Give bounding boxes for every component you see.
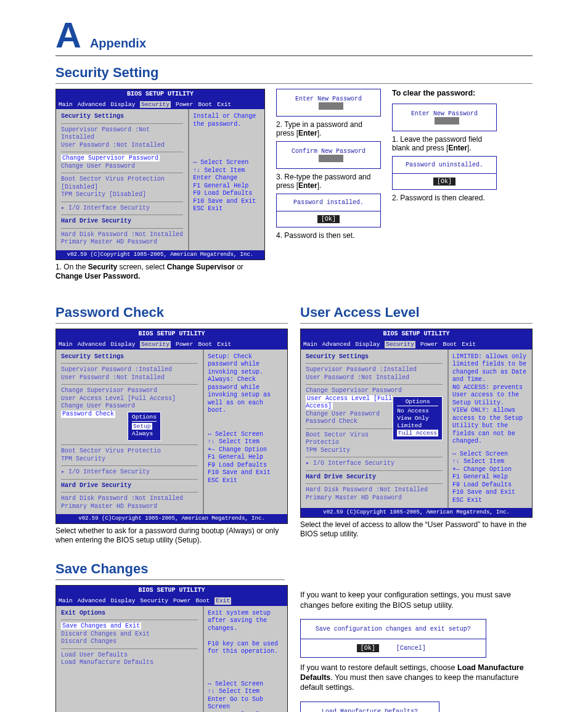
bios-title: BIOS SETUP UTILITY <box>56 89 264 100</box>
section-title-save: Save Changes <box>55 561 285 580</box>
key-hint: ↑↓ Select Item <box>208 438 284 446</box>
section-title-ual: User Access Level <box>300 305 533 324</box>
appendix-letter: A <box>55 17 81 53</box>
menu-item: Boot <box>198 341 212 348</box>
list-item: ▸ I/O Interface Security <box>61 469 198 477</box>
save-confirm-dialog: Save configuration changes and exit setu… <box>300 619 486 658</box>
menu-item: Display <box>110 101 135 108</box>
menu-item: Display <box>110 597 135 605</box>
menu-item-active: Security <box>140 341 171 348</box>
dialog-label: Enter New Password <box>411 110 478 117</box>
menu-item: Exit <box>217 341 231 348</box>
key-hint: F9 Load Defaults <box>452 481 528 489</box>
key-hint: F10 Save and Exit <box>193 198 261 206</box>
bios-user-access-screenshot: BIOS SETUP UTILITY Main Advanced Display… <box>300 329 533 518</box>
help-text: Exit system setup after saving the chang… <box>208 610 284 656</box>
dialog-label: Password installed. <box>277 194 380 211</box>
list-item: Change User Password <box>306 411 393 419</box>
popup-option: Limited <box>397 422 438 430</box>
clear-step-2: 2. Password is then cleared. <box>392 194 497 202</box>
page: A Appendix Security Setting BIOS SETUP U… <box>0 0 588 712</box>
menu-item: Exit <box>462 341 476 348</box>
ok-button[interactable]: [Ok] <box>433 178 455 186</box>
enter-password-dialog-clear: Enter New Password <box>392 104 497 131</box>
key-hint: F10 Save and Exit <box>208 469 284 477</box>
section-title-security: Security Setting <box>55 65 533 84</box>
bios-menubar: Main Advanced Display Security Power Boo… <box>301 340 532 350</box>
bios-security-screenshot: BIOS SETUP UTILITY Main Advanced Display… <box>55 89 265 260</box>
pane-title: Security Settings <box>306 353 443 361</box>
list-item: User Password :Not Installed <box>306 374 443 382</box>
list-item: TPM Security <box>61 456 198 464</box>
bios1-caption: 1. On the Security screen, select Change… <box>55 263 265 281</box>
menu-item: Main <box>303 341 317 348</box>
key-hint: F10 Save and Exit <box>452 489 528 497</box>
ok-button[interactable]: [Ok] <box>357 644 379 652</box>
pane-subtitle: Hard Drive Security <box>61 482 198 490</box>
list-item: Load Manufacture Defaults <box>61 659 198 667</box>
menu-item-active: Security <box>140 101 171 108</box>
popup-title: Options <box>132 414 157 422</box>
step-3: 3. Re-type the password and press [Enter… <box>276 173 381 190</box>
password-field <box>319 102 343 110</box>
menu-item: Advanced <box>78 341 106 348</box>
menu-item-active: Security <box>385 341 415 348</box>
ok-button[interactable]: [Ok] <box>317 215 340 223</box>
bios-footer: v02.59 (C)Copyright 1985-2005, American … <box>301 508 532 517</box>
load-defaults-dialog: Load Manufacture Defaults? [Ok] [Cancel] <box>300 702 439 712</box>
selected-item: User Access Level [Full Access] <box>306 395 392 410</box>
menu-item: Main <box>59 597 73 605</box>
menu-item: Power <box>176 101 194 108</box>
list-item: Change User Password <box>61 163 183 171</box>
key-hint: ↔ Select Screen <box>208 431 284 439</box>
bios-menubar: Main Advanced Display Security Power Boo… <box>56 340 287 350</box>
key-hint: F1 General Help <box>193 182 261 190</box>
section-title-pwcheck: Password Check <box>55 305 288 324</box>
bios-title: BIOS SETUP UTILITY <box>56 586 287 596</box>
password-field <box>319 155 343 162</box>
key-hint: Enter Go to Sub Screen <box>208 696 284 711</box>
popup-option: View Only <box>397 415 438 422</box>
bios-exit-screenshot: BIOS SETUP UTILITY Main Advanced Display… <box>55 585 288 712</box>
dialog-label: Confirm New Password <box>292 148 365 155</box>
menu-item: Advanced <box>322 341 351 348</box>
appendix-header: A Appendix <box>55 17 533 56</box>
bios-menubar: Main Advanced Display Security Power Boo… <box>56 596 287 606</box>
clear-step-1: 1. Leave the password field blank and pr… <box>392 135 497 152</box>
bios-password-check-screenshot: BIOS SETUP UTILITY Main Advanced Display… <box>55 329 288 524</box>
popup-selected: Full Access <box>397 430 438 436</box>
menu-item: Exit <box>217 101 231 108</box>
menu-item: Main <box>59 101 73 108</box>
selected-item: Password Check <box>61 411 115 419</box>
pane-title: Exit Options <box>61 610 198 618</box>
pane-title: Security Settings <box>61 353 198 361</box>
pane-title: Security Settings <box>61 113 183 121</box>
list-item: Hard Disk Password :Not Installed <box>61 231 183 239</box>
step-2: 2. Type in a password and press [Enter]. <box>276 120 381 137</box>
list-item: User Access Level [Full Access] <box>61 395 198 403</box>
popup-title: Options <box>397 398 438 407</box>
list-item: User Password :Not Installed <box>61 374 198 382</box>
bios3-caption: Select the level of access to allow the … <box>300 520 533 539</box>
popup-option: Always <box>132 430 157 438</box>
menu-item: Boot <box>195 597 210 605</box>
password-field <box>435 117 459 125</box>
key-hint: ↑↓ Select Item <box>452 458 528 466</box>
menu-item: Boot <box>198 101 212 108</box>
pane-subtitle: Hard Drive Security <box>61 218 183 226</box>
cancel-button[interactable]: [Cancel] <box>393 644 430 652</box>
key-hint: ↔ Select Screen <box>208 681 284 689</box>
key-hint: F9 Load Defaults <box>208 462 284 470</box>
popup-selected: Setup <box>132 423 152 430</box>
options-popup: Options No Access View Only Limited Full… <box>393 396 443 440</box>
pane-subtitle: Hard Drive Security <box>306 473 443 481</box>
menu-item: Power <box>173 597 191 605</box>
dialog-label: Enter New Password <box>295 96 362 102</box>
appendix-label: Appendix <box>90 36 146 51</box>
selected-item: Change Supervisor Password <box>61 155 160 162</box>
key-hint: ESC Exit <box>193 205 261 213</box>
bios2-caption: Select whether to ask for a password dur… <box>55 526 288 545</box>
menu-item: Power <box>176 341 194 348</box>
help-text: Setup: Check password while invoking set… <box>208 353 284 415</box>
menu-item: Security <box>140 597 168 605</box>
